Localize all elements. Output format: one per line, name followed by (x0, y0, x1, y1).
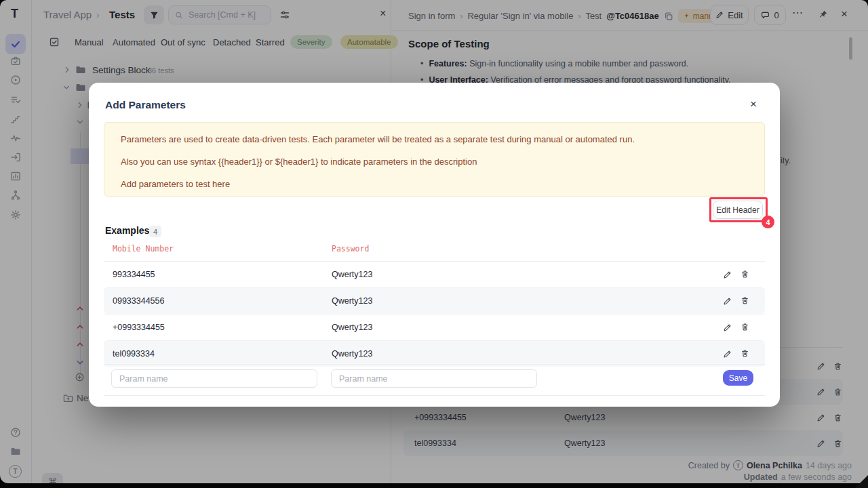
column-header-mobile: Mobile Number (113, 244, 174, 253)
info-line: Add parameters to test here (121, 178, 748, 190)
modal-close-icon[interactable]: × (750, 98, 757, 111)
modal-title: Add Parameters (105, 99, 186, 111)
tutorial-highlight-rect (709, 197, 768, 222)
example-mobile-value: 09933344556 (113, 296, 164, 306)
examples-table: 993334455 Qwerty123 09933344556 Qwerty12… (104, 261, 765, 367)
example-password-value: Qwerty123 (332, 323, 372, 332)
example-password-value: Qwerty123 (332, 349, 372, 359)
example-password-value: Qwerty123 (332, 270, 372, 279)
trash-icon[interactable] (741, 349, 749, 358)
pencil-icon[interactable] (723, 350, 732, 359)
footer-divider (104, 395, 765, 396)
example-row: 09933344556 Qwerty123 (104, 287, 765, 314)
example-password-value: Qwerty123 (332, 296, 372, 306)
info-line: Also you can use syntax {{header1}} or $… (121, 155, 748, 168)
examples-title: Examples (105, 225, 149, 236)
examples-count-badge: 4 (149, 226, 161, 237)
pencil-icon[interactable] (723, 323, 732, 332)
add-parameters-modal: Add Parameters × Parameters are used to … (89, 83, 780, 407)
table-bottom-divider (104, 364, 765, 365)
example-mobile-value: +0993334455 (113, 323, 165, 332)
example-mobile-value: tel0993334 (113, 349, 155, 359)
example-row: tel0993334 Qwerty123 (104, 340, 765, 367)
trash-icon[interactable] (741, 296, 749, 305)
pencil-icon[interactable] (723, 297, 732, 306)
column-header-password: Password (332, 244, 369, 253)
info-line: Parameters are used to create data-drive… (121, 133, 748, 146)
tutorial-step-badge: 4 (762, 216, 774, 228)
save-button[interactable]: Save (723, 370, 753, 386)
example-row: 993334455 Qwerty123 (104, 261, 765, 287)
trash-icon[interactable] (741, 270, 749, 279)
param-name-input-1[interactable] (111, 369, 317, 388)
pencil-icon[interactable] (723, 270, 732, 279)
parameters-info-box: Parameters are used to create data-drive… (104, 122, 765, 197)
example-row: +0993334455 Qwerty123 (104, 314, 765, 340)
example-mobile-value: 993334455 (113, 270, 155, 279)
param-name-input-2[interactable] (331, 369, 537, 388)
trash-icon[interactable] (741, 323, 749, 331)
